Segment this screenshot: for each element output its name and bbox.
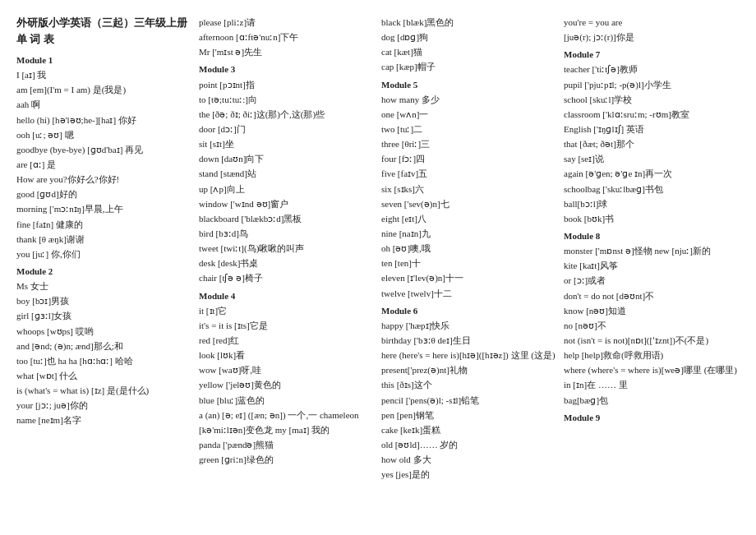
entry: stand [stænd]站 bbox=[199, 166, 375, 181]
entry: here (here's = here is)[hɪə]([hɪəz]) 这里 … bbox=[381, 348, 557, 362]
entry: morning ['mɔːnɪŋ]早晨,上午 bbox=[16, 201, 192, 216]
entry: Mr ['mɪst ə]先生 bbox=[199, 44, 375, 59]
entry: what [wɒt] 什么 bbox=[16, 368, 192, 383]
column-3: black [blæk]黑色的dog [dɒɡ]狗cat [kæt]猫cap [… bbox=[381, 15, 557, 482]
entry: Module 7 bbox=[564, 47, 740, 62]
entry: name [neɪm]名字 bbox=[16, 413, 192, 427]
entry: don't = do not [dəʊnt]不 bbox=[564, 288, 740, 303]
entry: Module 4 bbox=[199, 288, 375, 303]
entry: too [tuː]也 ha ha [hɑːhɑː] 哈哈 bbox=[16, 353, 192, 368]
entry: no [nəʊ]不 bbox=[564, 318, 740, 333]
entry: seven ['sev(ə)n]七 bbox=[381, 196, 557, 211]
entry: Module 3 bbox=[199, 62, 375, 76]
entry: [kə'miːlɪən]变色龙 my [maɪ] 我的 bbox=[199, 422, 375, 437]
entry: up [ʌp]向上 bbox=[199, 182, 375, 196]
entry: desk [desk]书桌 bbox=[199, 256, 375, 270]
entry: Module 2 bbox=[16, 264, 192, 279]
entry: aah 啊 bbox=[16, 97, 192, 112]
entry: cake [keɪk]蛋糕 bbox=[381, 422, 557, 437]
entry: green [ɡriːn]绿色的 bbox=[199, 452, 375, 467]
entry: monster ['mɒnst ə]怪物 new [njuː]新的 bbox=[564, 243, 740, 258]
entry: old [əʊld]…… 岁的 bbox=[381, 437, 557, 452]
entry: three [θriː]三 bbox=[381, 136, 557, 151]
entry: yes [jes]是的 bbox=[381, 467, 557, 482]
entry: fine [faɪn] 健康的 bbox=[16, 217, 192, 232]
page-container: 外研版小学英语（三起）三年级上册 单 词 表Module 1I [aɪ] 我am… bbox=[16, 15, 740, 482]
entry: this [ðɪs]这个 bbox=[381, 377, 557, 392]
entry: am [em](I'm = I am) 是(我是) bbox=[16, 82, 192, 97]
entry: 外研版小学英语（三起）三年级上册 单 词 表 bbox=[16, 15, 192, 47]
entry: chair [tʃə ə]椅子 bbox=[199, 270, 375, 285]
entry: please [pliːz]请 bbox=[199, 15, 375, 30]
entry: Module 8 bbox=[564, 228, 740, 243]
entry: your [jɔː; juə]你的 bbox=[16, 398, 192, 413]
entry: five [faɪv]五 bbox=[381, 166, 557, 181]
entry: pencil ['pens(ə)l; -sɪl]铅笔 bbox=[381, 393, 557, 408]
entry: Module 6 bbox=[381, 303, 557, 318]
entry: bird [bɜːd]鸟 bbox=[199, 226, 375, 241]
entry: two [tuː]二 bbox=[381, 122, 557, 136]
entry: know [nəʊ]知道 bbox=[564, 303, 740, 318]
entry: six [sɪks]六 bbox=[381, 182, 557, 196]
entry: panda ['pændə]熊猫 bbox=[199, 437, 375, 452]
entry: ooh [uː; əʊ] 嗯 bbox=[16, 127, 192, 142]
entry: goodbye (bye-bye) [ɡʊd'baɪ] 再见 bbox=[16, 142, 192, 157]
entry: are [ɑː] 是 bbox=[16, 157, 192, 172]
entry: classroom ['klɑːsruːm; -rʊm]教室 bbox=[564, 107, 740, 122]
entry: in [ɪn]在 …… 里 bbox=[564, 377, 740, 392]
entry: or [ɔː]或者 bbox=[564, 273, 740, 288]
entry: good [ɡʊd]好的 bbox=[16, 187, 192, 201]
entry: how old 多大 bbox=[381, 452, 557, 467]
entry: sit [sɪt]坐 bbox=[199, 136, 375, 151]
entry: is (what's = what is) [ɪz] 是(是什么) bbox=[16, 383, 192, 398]
entry: the [ðə; ðɪ; ðiː]这(那)个,这(那)些 bbox=[199, 107, 375, 122]
entry: to [tə;tuːtuː:]向 bbox=[199, 92, 375, 107]
entry: say [seɪ]说 bbox=[564, 151, 740, 166]
entry: nine [naɪn]九 bbox=[381, 226, 557, 241]
column-4: you're = you are[juə(r); jɔː(r)]你是Module… bbox=[564, 15, 740, 482]
entry: birthday ['bɜːθ deɪ]生日 bbox=[381, 333, 557, 348]
entry: whoops [wʊps] 哎哟 bbox=[16, 324, 192, 339]
entry: yellow ['jeləʊ]黄色的 bbox=[199, 377, 375, 392]
entry: window ['wɪnd əʊ]窗户 bbox=[199, 196, 375, 211]
entry: hello (hi) [hə'ləʊ;he-][haɪ] 你好 bbox=[16, 113, 192, 127]
entry: tweet [twiːt](鸟)啾啾的叫声 bbox=[199, 241, 375, 256]
entry: [juə(r); jɔː(r)]你是 bbox=[564, 30, 740, 44]
entry: that [ðæt; ðət]那个 bbox=[564, 136, 740, 151]
entry: red [red]红 bbox=[199, 333, 375, 348]
content-grid: 外研版小学英语（三起）三年级上册 单 词 表Module 1I [aɪ] 我am… bbox=[16, 15, 740, 482]
column-1: 外研版小学英语（三起）三年级上册 单 词 表Module 1I [aɪ] 我am… bbox=[16, 15, 192, 482]
entry: look [lʊk]看 bbox=[199, 348, 375, 362]
entry: you [juː] 你,你们 bbox=[16, 247, 192, 261]
entry: girl [ɡɜːl]女孩 bbox=[16, 308, 192, 323]
entry: blackboard ['blækbɔːd]黑板 bbox=[199, 211, 375, 226]
entry: down [daʊn]向下 bbox=[199, 151, 375, 166]
entry: cap [kæp]帽子 bbox=[381, 59, 557, 74]
entry: boy [bɔɪ]男孩 bbox=[16, 293, 192, 308]
entry: dog [dɒɡ]狗 bbox=[381, 30, 557, 44]
entry: help [help]救命(呼救用语) bbox=[564, 348, 740, 362]
entry: four [fɔː]四 bbox=[381, 151, 557, 166]
entry: Module 5 bbox=[381, 77, 557, 92]
entry: again [ə'ɡen; ə'ɡe ɪn]再一次 bbox=[564, 166, 740, 181]
entry: pupil ['pjuːpɪl; -p(ə)l]小学生 bbox=[564, 77, 740, 92]
entry: pen [pen]钢笔 bbox=[381, 408, 557, 422]
entry: school [skuːl]学校 bbox=[564, 92, 740, 107]
entry: English ['ɪŋɡlɪʃ] 英语 bbox=[564, 122, 740, 136]
entry: not (isn't = is not)[nɒt]([ˈɪznt])不(不是) bbox=[564, 333, 740, 348]
entry: it's = it is [ɪts]它是 bbox=[199, 318, 375, 333]
entry: book [bʊk]书 bbox=[564, 211, 740, 226]
entry: Module 1 bbox=[16, 53, 192, 67]
column-2: please [pliːz]请afternoon [ɑːftə'nuːn]下午M… bbox=[199, 15, 375, 482]
entry: teacher ['tiːtʃə]教师 bbox=[564, 62, 740, 76]
entry: How are you?你好么?你好! bbox=[16, 172, 192, 187]
entry: eight [eɪt]八 bbox=[381, 211, 557, 226]
entry: Module 9 bbox=[564, 410, 740, 425]
entry: ball[bɔːl]球 bbox=[564, 196, 740, 211]
entry: and [ənd; (ə)n; ænd]那么;和 bbox=[16, 339, 192, 353]
entry: door [dɔː]门 bbox=[199, 122, 375, 136]
entry: happy ['hæpɪ]快乐 bbox=[381, 318, 557, 333]
entry: twelve [twelv]十二 bbox=[381, 286, 557, 301]
entry: it [ɪt]它 bbox=[199, 303, 375, 318]
entry: kite [kaɪt]风筝 bbox=[564, 258, 740, 273]
